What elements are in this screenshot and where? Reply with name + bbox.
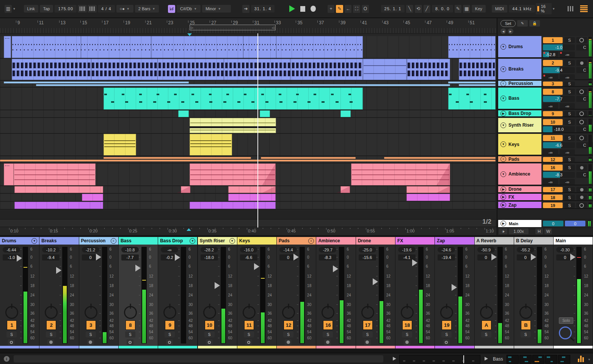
fader-handle[interactable] — [56, 267, 61, 274]
loop-length-value[interactable]: 8. 0. 0 — [432, 5, 453, 13]
strip-track-name[interactable]: Synth Riser▼ — [198, 237, 237, 245]
track-header-drone[interactable]: ▶Drone17S — [497, 186, 593, 193]
peak-level-value[interactable]: -55.2 — [517, 247, 534, 253]
monitor-dot-button[interactable] — [576, 187, 587, 192]
solo-button[interactable]: S — [402, 331, 412, 337]
track-number[interactable]: 19 — [442, 320, 452, 330]
fader-handle[interactable] — [293, 254, 299, 260]
track-row-ambience[interactable]: ··· — [0, 163, 496, 186]
arm-icon[interactable] — [443, 339, 450, 345]
clip-zap[interactable] — [190, 202, 276, 209]
device-thumbnail[interactable] — [545, 355, 557, 364]
volume-value[interactable]: -8.3 — [319, 254, 336, 260]
pan-knob[interactable] — [243, 306, 256, 319]
add-locator-button[interactable]: + — [328, 5, 335, 13]
clip-synth-riser[interactable] — [190, 118, 276, 133]
solo-button[interactable]: S — [564, 89, 575, 95]
device-thumbnail[interactable] — [558, 355, 570, 364]
monitor-icon[interactable] — [364, 339, 371, 345]
volume-value[interactable]: -18.0 — [543, 126, 575, 132]
solo-button[interactable]: S — [204, 331, 215, 337]
track-number[interactable]: 18 — [402, 320, 412, 330]
track-header-zap[interactable]: ▶Zap19S — [497, 202, 593, 209]
arm-button[interactable] — [576, 135, 587, 141]
clip-ambience[interactable] — [14, 163, 96, 185]
io-activity-meters[interactable] — [568, 6, 573, 11]
set-button[interactable]: Set — [500, 20, 516, 27]
volume-value[interactable]: -6.6 — [543, 142, 575, 148]
send-value[interactable]: -∞ — [543, 179, 558, 185]
main-track-lane[interactable] — [0, 219, 496, 228]
strip-track-name[interactable]: Pads≡ — [277, 237, 316, 245]
peak-level-value[interactable]: -14.4 — [279, 247, 297, 253]
track-number[interactable]: 11 — [543, 135, 563, 141]
chev-circle-icon[interactable]: ▼ — [500, 66, 506, 72]
arm-button[interactable] — [576, 202, 587, 208]
strip-track-name[interactable]: Zap — [435, 237, 474, 245]
track-header-bass-drop[interactable]: ▶Bass Drop9S — [497, 110, 593, 117]
play-circle-icon[interactable]: ▶ — [500, 221, 506, 226]
strip-track-name[interactable]: Breaks — [39, 237, 78, 245]
cpu-load-meter[interactable]: 16 % — [536, 3, 552, 14]
mixer-strip-bass[interactable]: Bass-10.8-7.76061218243036424854608S — [119, 237, 158, 348]
fader-rail[interactable] — [181, 247, 186, 344]
solo-button[interactable]: S — [362, 331, 373, 337]
solo-button[interactable]: S — [441, 331, 452, 337]
send-value[interactable]: -∞ — [560, 149, 575, 155]
chev-circle-icon[interactable]: ▼ — [190, 238, 195, 244]
fader-handle[interactable] — [452, 284, 457, 291]
clip-drone[interactable] — [340, 186, 350, 193]
punch-in-button[interactable]: ╲ — [406, 5, 413, 13]
tap-tempo-button[interactable]: Tap — [40, 5, 53, 13]
track-row-synth-riser[interactable] — [0, 118, 496, 134]
track-row-drums[interactable]: ··· — [0, 36, 496, 59]
chev-circle-icon[interactable]: ▼ — [229, 238, 235, 244]
groove-quantize-menu[interactable]: ○●▼ — [116, 5, 133, 13]
solo-button[interactable]: S — [564, 135, 575, 141]
fader-rail[interactable] — [418, 247, 424, 344]
fader-handle[interactable] — [373, 278, 378, 285]
pan-knob[interactable] — [401, 306, 414, 319]
pan-knob[interactable] — [5, 306, 18, 319]
tempo-value[interactable]: 175.00 — [55, 5, 77, 13]
audition-speaker-icon[interactable]: 🕩 — [499, 228, 507, 234]
solo-button[interactable]: S — [521, 331, 531, 337]
track-number[interactable]: B — [521, 320, 531, 330]
arm-button[interactable] — [576, 111, 587, 116]
midi-map-button[interactable]: MIDI — [492, 5, 507, 13]
device-chain-play-icon[interactable] — [485, 357, 488, 361]
volume-value[interactable]: -8.3 — [543, 172, 575, 178]
strip-track-name[interactable]: Ambience — [316, 237, 355, 245]
volume-value[interactable]: -7.7 — [543, 96, 575, 102]
clip-bass-drop[interactable] — [260, 110, 270, 117]
peak-level-value[interactable]: -19.6 — [398, 247, 416, 253]
solo-button[interactable]: Solo — [559, 317, 573, 324]
main-volume-value[interactable]: 0 — [543, 221, 563, 226]
device-thumbnail[interactable] — [519, 355, 532, 364]
computer-midi-keyboard-icon[interactable]: ▦ — [463, 5, 470, 13]
clip-bass-drop[interactable] — [178, 110, 189, 117]
send-value[interactable]: -∞ — [560, 179, 575, 185]
nudge-down-button[interactable] — [78, 5, 87, 13]
fader-rail[interactable] — [497, 247, 503, 344]
arm-button[interactable] — [576, 89, 587, 95]
arm-icon[interactable] — [8, 339, 15, 345]
pan-knob[interactable] — [282, 306, 295, 319]
clip-fx[interactable] — [406, 194, 450, 201]
fader-handle[interactable] — [175, 254, 180, 261]
strip-track-name[interactable]: Keys — [237, 237, 276, 245]
track-number[interactable]: 1 — [543, 37, 563, 43]
track-number[interactable]: 8 — [126, 320, 135, 330]
peak-level-value[interactable]: -0.30 — [556, 247, 574, 253]
punch-out-button[interactable]: ╱ — [424, 5, 431, 13]
monitor-dot-button[interactable] — [576, 60, 587, 66]
track-row-zap[interactable] — [0, 202, 496, 210]
mixer-strip-ambience[interactable]: Ambience-29.7-8.360612182430364248546016… — [316, 237, 355, 348]
clip-drums[interactable] — [448, 36, 496, 58]
strip-track-name[interactable]: Percussion≡ — [79, 237, 118, 245]
track-header-ambience[interactable]: ▼Ambience16S-8.3C-∞-∞ — [497, 163, 593, 185]
chev-circle-icon[interactable]: ▼ — [500, 96, 506, 101]
send-value[interactable]: -∞ — [543, 103, 558, 109]
mixer-strip-zap[interactable]: Zap-24.6-19.460612182430364248546019S — [435, 237, 474, 348]
peak-level-value[interactable]: -21.2 — [82, 247, 99, 253]
